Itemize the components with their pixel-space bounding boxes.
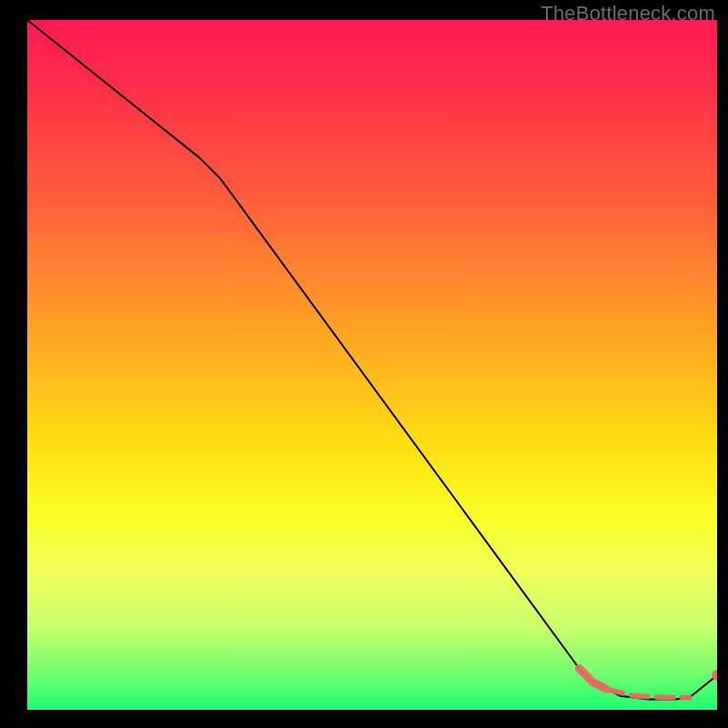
chart-stage: TheBottleneck.com: [0, 0, 728, 728]
plot-area: [27, 20, 717, 710]
fit-segment-steep: [579, 669, 606, 690]
main-curve: [27, 20, 717, 700]
chart-overlay: [27, 20, 717, 710]
